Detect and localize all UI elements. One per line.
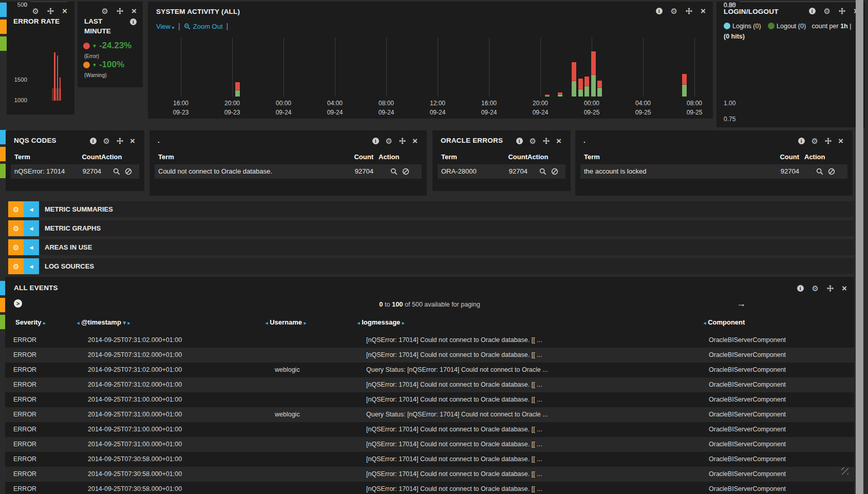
sort-desc-icon[interactable]: ▾ (123, 319, 126, 326)
move-icon[interactable] (117, 8, 123, 14)
move-icon[interactable] (839, 8, 845, 14)
row-configure-button[interactable]: ⚙ (8, 239, 24, 255)
stacked-bar[interactable] (597, 81, 602, 97)
view-link[interactable]: View ▸ (156, 23, 175, 30)
collapsed-row-title[interactable]: AREAS IN USE (39, 239, 854, 255)
ban-icon[interactable] (551, 168, 558, 175)
collapsed-row-title[interactable]: METRIC SUMMARIES (39, 201, 854, 217)
table-row[interactable]: ERROR 2014-09-25T07:31:02.000+01:00 [nQS… (5, 377, 854, 392)
move-icon[interactable] (543, 138, 550, 144)
move-column-left-icon[interactable]: ◂ (266, 320, 268, 326)
close-icon[interactable]: × (412, 137, 418, 145)
close-icon[interactable]: × (838, 137, 843, 145)
stacked-bar[interactable] (682, 74, 687, 97)
info-icon[interactable]: i (798, 138, 805, 144)
gear-icon[interactable]: ⚙ (32, 7, 39, 15)
close-icon[interactable]: × (842, 284, 847, 293)
next-page-arrow-icon[interactable]: → (737, 298, 746, 309)
table-row[interactable]: ERROR 2014-09-25T07:31:00.000+01:00 [nQS… (5, 392, 854, 407)
gear-icon[interactable]: ⚙ (824, 7, 831, 15)
table-row[interactable]: ERROR 2014-09-25T07:30:58.000+01:00 [nQS… (5, 467, 854, 482)
row-configure-button[interactable]: ⚙ (8, 258, 24, 274)
info-icon[interactable]: i (372, 138, 379, 144)
stacked-bar[interactable] (558, 92, 562, 97)
search-icon[interactable] (390, 168, 398, 175)
table-row[interactable]: ERROR 2014-09-25T07:31:02.000+01:00 [nQS… (5, 333, 854, 348)
stacked-bar[interactable] (584, 77, 589, 97)
stacked-bar[interactable] (578, 79, 583, 97)
stacked-bar[interactable] (591, 51, 596, 97)
stacked-bar[interactable] (572, 62, 576, 97)
close-icon[interactable]: × (131, 7, 137, 15)
gear-icon[interactable]: ⚙ (102, 7, 108, 15)
gear-icon[interactable]: ⚙ (530, 137, 536, 145)
row-tab-green[interactable] (0, 36, 7, 51)
gear-icon[interactable]: ⚙ (812, 137, 818, 145)
table-row[interactable]: ERROR 2014-09-25T07:30:58.000+01:00 [nQS… (5, 482, 854, 494)
table-row[interactable]: ERROR 2014-09-25T07:31:02.000+01:00 webl… (5, 363, 854, 377)
move-column-right-icon[interactable]: ▸ (128, 320, 130, 326)
row-expand-button[interactable]: ◀ (24, 220, 39, 236)
stacked-bar[interactable] (235, 82, 240, 97)
info-icon[interactable]: i (797, 285, 804, 292)
table-row[interactable]: ERROR 2014-09-25T07:31:02.000+01:00 [nQS… (5, 348, 854, 363)
cell-timestamp: 2014-09-25T07:31:00.000+01:00 (83, 437, 270, 452)
info-icon[interactable]: i (809, 8, 816, 14)
table-row[interactable]: ERROR 2014-09-25T07:31:00.000+01:00 webl… (5, 407, 854, 422)
column-header-username[interactable]: ◂ Username ▸ (266, 318, 306, 326)
info-icon[interactable]: i (656, 8, 663, 14)
move-icon[interactable] (827, 285, 834, 292)
vertical-scrollbar[interactable] (856, 0, 863, 494)
info-icon[interactable]: i (130, 18, 137, 25)
row-expand-button[interactable]: ◀ (24, 201, 39, 217)
move-icon[interactable] (825, 138, 832, 144)
column-header-timestamp[interactable]: ◂ @timestamp ▾ ▸ (77, 318, 130, 326)
close-icon[interactable]: × (701, 7, 706, 15)
close-icon[interactable]: × (130, 137, 135, 145)
ban-icon[interactable] (402, 168, 409, 175)
close-icon[interactable]: × (556, 137, 561, 145)
column-header-logmessage[interactable]: ◂ logmessage ▸ (357, 318, 404, 326)
row-tab-blue[interactable] (0, 3, 7, 17)
move-column-right-icon[interactable]: ▸ (43, 320, 46, 326)
move-column-left-icon[interactable]: ◂ (704, 320, 706, 326)
collapsed-row-title[interactable]: METRIC GRAPHS (39, 220, 854, 236)
legend-logout[interactable]: Logout (0) (768, 23, 806, 30)
info-icon[interactable]: i (516, 138, 523, 144)
resize-grip[interactable] (841, 467, 848, 474)
gear-icon[interactable]: ⚙ (386, 137, 392, 145)
move-icon[interactable] (117, 138, 123, 144)
ban-icon[interactable] (828, 168, 835, 175)
search-icon[interactable] (539, 168, 546, 175)
move-column-left-icon[interactable]: ◂ (77, 320, 80, 326)
close-icon[interactable]: × (62, 7, 67, 15)
move-icon[interactable] (686, 8, 692, 14)
move-icon[interactable] (47, 8, 54, 14)
zoom-out-link[interactable]: Zoom Out (184, 23, 223, 30)
column-header-severity[interactable]: Severity ▸ (15, 318, 46, 326)
info-icon[interactable]: i (90, 138, 97, 144)
table-row[interactable]: ERROR 2014-09-25T07:31:00.000+01:00 [nQS… (5, 422, 854, 437)
row-expand-button[interactable]: ◀ (24, 239, 39, 255)
legend-logins[interactable]: Logins (0) (724, 23, 761, 30)
row-configure-button[interactable]: ⚙ (8, 220, 24, 236)
collapsed-row-title[interactable]: LOG SOURCES (39, 258, 854, 274)
table-row[interactable]: ERROR 2014-09-25T07:30:58.000+01:00 [nQS… (5, 452, 854, 467)
column-header-component[interactable]: ◂ Component (704, 318, 745, 326)
move-icon[interactable] (399, 138, 406, 144)
table-row[interactable]: ERROR 2014-09-25T07:31:00.000+01:00 [nQS… (5, 437, 854, 452)
gear-icon[interactable]: ⚙ (812, 284, 819, 292)
row-expand-button[interactable]: ◀ (24, 258, 39, 274)
move-column-right-icon[interactable]: ▸ (402, 320, 405, 326)
ban-icon[interactable] (125, 168, 132, 175)
triangle-left-icon: ◀ (30, 207, 33, 212)
gear-icon[interactable]: ⚙ (671, 7, 677, 15)
row-tab-orange[interactable] (0, 20, 7, 34)
move-column-left-icon[interactable]: ◂ (357, 320, 360, 326)
row-configure-button[interactable]: ⚙ (8, 201, 24, 217)
gear-icon[interactable]: ⚙ (103, 137, 110, 145)
search-icon[interactable] (113, 168, 120, 175)
move-column-right-icon[interactable]: ▸ (304, 320, 307, 326)
search-icon[interactable] (816, 168, 823, 175)
stacked-bar[interactable] (545, 94, 550, 97)
